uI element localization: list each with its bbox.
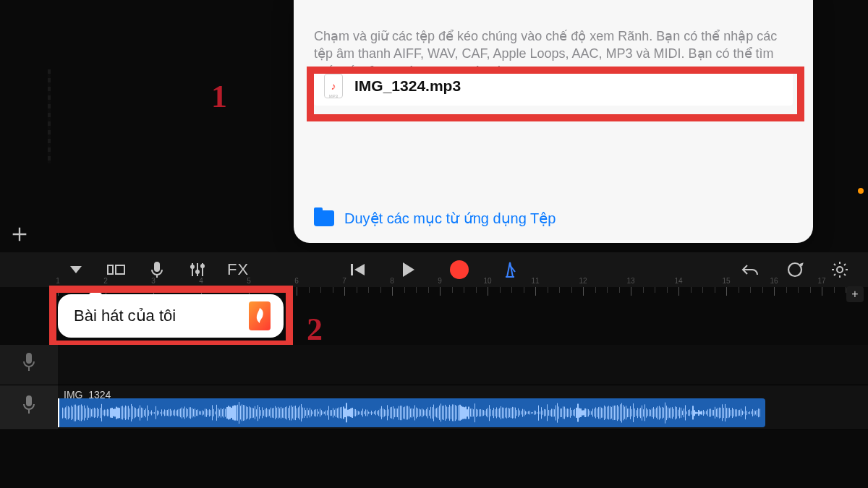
svg-point-4 xyxy=(196,270,199,273)
audio-file-icon: ♪MP3 xyxy=(324,74,343,98)
svg-point-5 xyxy=(201,265,204,267)
svg-rect-2 xyxy=(154,262,160,272)
metronome-button[interactable] xyxy=(498,257,522,282)
add-track-button[interactable] xyxy=(4,218,35,250)
file-row[interactable]: ♪MP3 IMG_1324.mp3 xyxy=(314,67,793,106)
audio-clip[interactable] xyxy=(58,398,765,427)
svg-point-7 xyxy=(788,263,801,276)
svg-rect-10 xyxy=(26,395,32,406)
record-button[interactable] xyxy=(447,257,472,282)
piano-keys-hint xyxy=(48,69,51,163)
svg-rect-1 xyxy=(116,265,124,274)
svg-rect-6 xyxy=(351,264,353,275)
svg-rect-9 xyxy=(26,353,32,364)
import-help-text: Chạm và giữ các tệp để kéo chúng vào chế… xyxy=(314,27,793,71)
track-dropdown-button[interactable] xyxy=(64,257,88,282)
track-header-1[interactable] xyxy=(0,345,58,385)
my-song-label: Bài hát của tôi xyxy=(74,307,249,325)
mixer-icon[interactable] xyxy=(185,257,210,282)
loop-button[interactable] xyxy=(783,257,807,282)
annotation-number-2: 2 xyxy=(307,311,323,348)
mic-track-icon xyxy=(22,395,36,420)
file-import-popover: Chạm và giữ các tệp để kéo chúng vào chế… xyxy=(294,0,813,243)
playhead[interactable] xyxy=(58,398,59,427)
svg-point-8 xyxy=(837,267,843,273)
play-button[interactable] xyxy=(396,257,421,282)
microphone-icon[interactable] xyxy=(145,257,169,282)
track-lane-1[interactable] xyxy=(58,345,868,385)
svg-rect-0 xyxy=(108,265,113,274)
garageband-file-icon xyxy=(249,301,271,330)
mic-track-icon xyxy=(22,352,36,377)
folder-icon xyxy=(314,210,334,226)
file-name-label: IMG_1324.mp3 xyxy=(354,77,461,95)
svg-point-3 xyxy=(191,265,194,268)
browse-files-row[interactable]: Duyệt các mục từ ứng dụng Tệp xyxy=(314,210,556,227)
my-song-popover[interactable]: Bài hát của tôi xyxy=(58,294,284,338)
track-header-2[interactable] xyxy=(0,385,58,430)
ruler-add-button[interactable]: + xyxy=(846,286,864,302)
annotation-number-1: 1 xyxy=(211,78,227,115)
rewind-button[interactable] xyxy=(346,257,370,282)
scroll-indicator xyxy=(858,188,864,194)
settings-button[interactable] xyxy=(827,257,852,282)
browse-files-label: Duyệt các mục từ ứng dụng Tệp xyxy=(344,210,556,227)
transport-toolbar: FX xyxy=(0,252,868,287)
undo-button[interactable] xyxy=(738,257,762,282)
